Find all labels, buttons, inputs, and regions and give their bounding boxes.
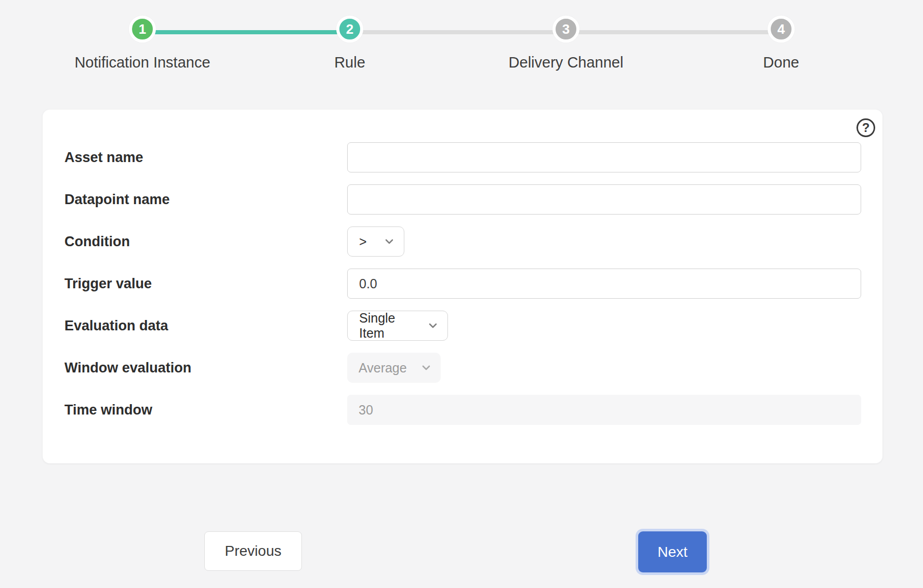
trigger-value-input[interactable] [347,269,861,299]
step-circle-4[interactable]: 4 [768,16,795,43]
datapoint-name-input[interactable] [347,184,861,215]
time-window-input [347,395,861,425]
asset-name-label: Asset name [64,150,347,166]
condition-selected-value: > [359,234,367,249]
step-circle-3[interactable]: 3 [552,16,579,43]
step-number: 2 [346,21,353,37]
form-row-condition: Condition > [64,226,861,257]
condition-select[interactable]: > [347,226,404,257]
trigger-value-label: Trigger value [64,276,347,292]
step-number: 1 [139,21,146,37]
help-icon[interactable]: ? [856,118,875,137]
rule-form: Asset name Datapoint name Condition > [43,110,882,425]
form-row-time-window: Time window [64,395,861,425]
help-glyph: ? [862,121,870,135]
datapoint-name-label: Datapoint name [64,192,347,208]
stepper-connector-active [142,30,350,34]
step-label-done: Done [651,54,911,71]
previous-button[interactable]: Previous [204,531,302,571]
evaluation-data-label: Evaluation data [64,318,347,334]
time-window-label: Time window [64,402,347,418]
step-circle-1[interactable]: 1 [129,16,156,43]
form-row-datapoint-name: Datapoint name [64,184,861,215]
form-row-trigger-value: Trigger value [64,269,861,299]
step-number: 4 [777,21,785,37]
chevron-down-icon [421,363,431,373]
evaluation-data-select[interactable]: Single Item [347,311,448,341]
form-row-evaluation-data: Evaluation data Single Item [64,311,861,341]
asset-name-input[interactable] [347,142,861,172]
window-evaluation-select: Average [347,353,441,383]
form-row-asset-name: Asset name [64,142,861,172]
next-button[interactable]: Next [638,531,707,572]
step-number: 3 [562,21,570,37]
rule-form-card: ? Asset name Datapoint name Condition > [43,110,882,463]
chevron-down-icon [428,320,438,331]
window-evaluation-selected-value: Average [359,360,407,376]
form-row-window-evaluation: Window evaluation Average [64,353,861,383]
wizard-stepper: 1 2 3 4 Notification Instance Rule Deliv… [0,0,923,83]
condition-label: Condition [64,234,347,250]
chevron-down-icon [384,236,394,247]
step-circle-2[interactable]: 2 [336,16,363,43]
evaluation-data-selected-value: Single Item [359,311,415,341]
window-evaluation-label: Window evaluation [64,360,347,376]
